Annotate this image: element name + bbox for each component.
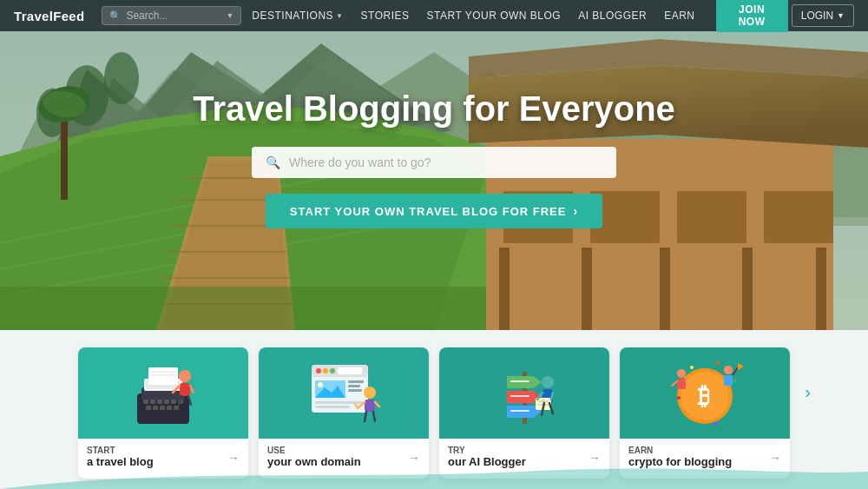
domain-illustration <box>303 356 385 430</box>
svg-rect-49 <box>153 406 158 410</box>
chevron-down-icon: ▼ <box>226 11 233 20</box>
svg-rect-109 <box>724 375 733 386</box>
svg-point-77 <box>364 387 376 399</box>
svg-marker-111 <box>738 363 744 370</box>
nav-link-earn[interactable]: EARN <box>664 10 694 22</box>
svg-rect-51 <box>167 406 172 410</box>
svg-point-65 <box>323 368 328 373</box>
svg-point-114 <box>733 379 737 382</box>
feature-cards-section: Start a travel blog → <box>0 330 868 489</box>
svg-rect-53 <box>148 367 178 385</box>
svg-rect-50 <box>160 406 165 410</box>
svg-rect-42 <box>143 400 148 404</box>
hero-content: Travel Blogging for Everyone 🔍 START YOU… <box>130 88 738 228</box>
search-input[interactable] <box>126 10 221 22</box>
hero-search-box[interactable]: 🔍 <box>252 147 616 178</box>
svg-point-108 <box>724 366 733 374</box>
svg-rect-89 <box>510 395 529 397</box>
svg-rect-45 <box>164 400 169 404</box>
arrow-icon[interactable]: → <box>769 451 781 465</box>
svg-point-71 <box>318 382 323 387</box>
card-own-domain[interactable]: Use your own domain → <box>259 347 429 479</box>
search-box[interactable]: 🔍 ▼ <box>102 6 241 25</box>
search-icon: 🔍 <box>266 155 280 169</box>
svg-rect-78 <box>365 400 375 412</box>
join-now-button[interactable]: JOIN NOW <box>716 0 788 32</box>
svg-point-112 <box>690 366 694 369</box>
wave-decoration <box>0 467 868 489</box>
nav-links: DESTINATIONS ▼ STORIES START YOUR OWN BL… <box>252 10 694 22</box>
brand-logo[interactable]: TravelFeed <box>14 9 84 23</box>
card-start-blog[interactable]: Start a travel blog → <box>78 347 248 479</box>
svg-line-110 <box>733 367 738 375</box>
nav-link-ai-blogger[interactable]: AI BLOGGER <box>578 10 647 22</box>
card-image-domain <box>259 347 429 439</box>
svg-point-66 <box>330 368 335 373</box>
arrow-icon[interactable]: → <box>589 451 601 465</box>
svg-point-64 <box>316 368 321 373</box>
crypto-illustration: ₿ <box>666 354 744 433</box>
svg-rect-88 <box>510 380 529 382</box>
cards-container: Start a travel blog → <box>78 347 790 479</box>
svg-line-81 <box>365 412 366 421</box>
svg-rect-72 <box>348 380 364 383</box>
svg-rect-44 <box>157 400 162 404</box>
card-image-ai-blogger <box>439 347 609 439</box>
svg-point-56 <box>179 370 191 382</box>
login-button[interactable]: LOGIN ▼ <box>792 4 854 27</box>
svg-line-106 <box>672 381 677 386</box>
svg-rect-76 <box>315 406 350 408</box>
svg-point-113 <box>716 361 720 365</box>
chevron-down-icon: ▼ <box>837 11 845 20</box>
ai-blogger-illustration <box>485 354 563 433</box>
svg-line-80 <box>375 402 379 406</box>
hero-title: Travel Blogging for Everyone <box>130 88 738 129</box>
typewriter-illustration <box>124 354 202 433</box>
svg-rect-46 <box>171 400 176 404</box>
card-crypto[interactable]: ₿ <box>620 347 790 479</box>
svg-line-59 <box>190 386 194 393</box>
hero-section: Travel Blogging for Everyone 🔍 START YOU… <box>0 0 868 330</box>
svg-rect-90 <box>510 410 529 412</box>
svg-point-115 <box>677 396 681 400</box>
nav-link-destinations[interactable]: DESTINATIONS ▼ <box>252 10 343 22</box>
svg-rect-57 <box>180 383 190 396</box>
svg-point-91 <box>542 376 554 388</box>
card-text: Earn crypto for blogging <box>628 446 732 470</box>
next-arrow-button[interactable]: › <box>805 382 811 402</box>
card-image-typewriter <box>78 347 248 439</box>
nav-link-start-blog[interactable]: START YOUR OWN BLOG <box>427 10 562 22</box>
card-text: Start a travel blog <box>87 446 154 470</box>
card-text: Use your own domain <box>267 446 361 470</box>
nav-actions: JOIN NOW LOGIN ▼ <box>716 0 854 32</box>
arrow-right-icon: › <box>573 204 578 218</box>
nav-link-stories[interactable]: STORIES <box>361 10 410 22</box>
svg-line-82 <box>373 412 375 421</box>
svg-rect-43 <box>150 400 155 404</box>
svg-rect-74 <box>348 389 362 392</box>
arrow-icon[interactable]: → <box>408 451 420 465</box>
svg-point-104 <box>677 369 686 378</box>
destination-search-input[interactable] <box>289 155 602 169</box>
card-ai-blogger[interactable]: Try our AI Blogger → <box>439 347 609 479</box>
svg-rect-67 <box>338 367 362 374</box>
svg-rect-73 <box>348 385 360 387</box>
start-blog-button[interactable]: START YOUR OWN TRAVEL BLOG FOR FREE › <box>266 194 602 228</box>
card-text: Try our AI Blogger <box>448 446 526 470</box>
search-icon: 🔍 <box>109 10 122 22</box>
svg-rect-48 <box>146 406 151 410</box>
svg-rect-105 <box>677 379 686 389</box>
chevron-down-icon: ▼ <box>336 12 343 20</box>
arrow-icon[interactable]: → <box>227 451 240 465</box>
svg-text:₿: ₿ <box>698 383 710 410</box>
navbar: TravelFeed 🔍 ▼ DESTINATIONS ▼ STORIES ST… <box>0 0 868 31</box>
card-image-crypto: ₿ <box>620 347 790 439</box>
svg-rect-52 <box>174 406 179 410</box>
